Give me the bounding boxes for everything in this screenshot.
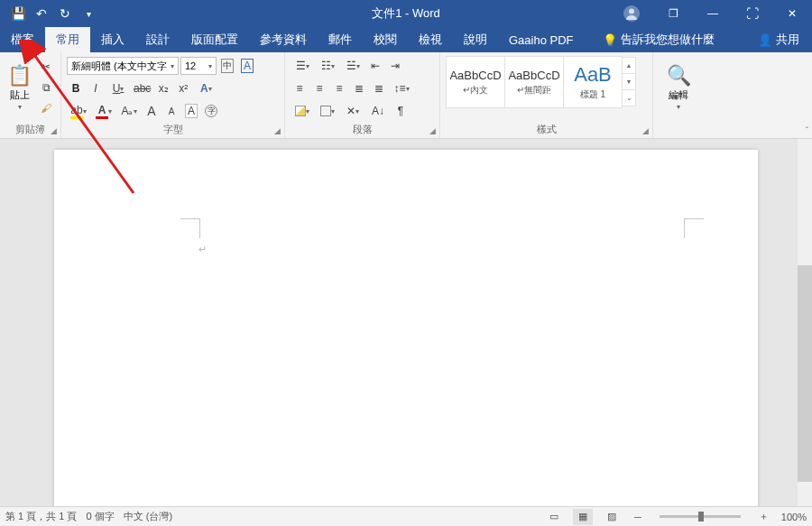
status-language[interactable]: 中文 (台灣) <box>124 510 172 523</box>
tell-me-search[interactable]: 💡 告訴我您想做什麼 <box>592 27 725 52</box>
tab-review[interactable]: 校閱 <box>363 27 408 52</box>
multilevel-icon: ☱ <box>346 60 356 72</box>
shrink-font-button[interactable]: A <box>162 102 180 120</box>
clear-formatting-button[interactable]: A <box>182 102 200 120</box>
increase-indent-button[interactable]: ⇥ <box>386 57 404 75</box>
align-left-icon: ≡ <box>296 82 302 95</box>
bold-button[interactable]: B <box>67 79 85 97</box>
zoom-slider[interactable] <box>660 515 741 518</box>
style-row-up[interactable]: ▴ <box>622 57 636 74</box>
paragraph-dialog-launcher[interactable]: ◢ <box>427 125 438 136</box>
share-icon: 👤 <box>758 33 772 47</box>
cut-button[interactable]: ✂ <box>37 58 55 76</box>
tab-references[interactable]: 參考資料 <box>249 27 318 52</box>
sort-button[interactable]: A↓ <box>366 102 390 120</box>
decrease-indent-button[interactable]: ⇤ <box>366 57 384 75</box>
save-icon[interactable]: 💾 <box>7 3 29 24</box>
user-account-icon[interactable] <box>617 3 646 24</box>
char-border-button[interactable]: A <box>238 57 256 75</box>
tab-file[interactable]: 檔案 <box>0 27 45 52</box>
align-center-button[interactable]: ≡ <box>310 79 328 97</box>
minimize-icon[interactable]: — <box>693 0 733 27</box>
maximize-icon[interactable]: ⛶ <box>733 0 772 27</box>
tab-layout[interactable]: 版面配置 <box>180 27 249 52</box>
style-no-spacing[interactable]: AaBbCcD ↵無間距 <box>504 56 564 108</box>
view-print-layout[interactable]: ▦ <box>573 509 593 525</box>
paragraph-mark: ↵ <box>198 244 207 255</box>
superscript-button[interactable]: x² <box>174 79 192 97</box>
font-color-button[interactable]: A▾ <box>92 102 115 120</box>
status-page[interactable]: 第 1 頁，共 1 頁 <box>5 510 77 523</box>
paste-button[interactable]: 📋 貼上 ▾ <box>5 56 33 119</box>
change-case-button[interactable]: Aₐ▾ <box>117 102 141 120</box>
strikethrough-button[interactable]: abc <box>132 79 152 97</box>
tab-home[interactable]: 常用 <box>45 27 90 52</box>
ribbon-display-icon[interactable]: ❐ <box>653 0 693 27</box>
share-button[interactable]: 👤 共用 <box>745 27 812 52</box>
style-normal[interactable]: AaBbCcD ↵內文 <box>446 56 505 108</box>
status-word-count[interactable]: 0 個字 <box>86 510 114 523</box>
italic-button[interactable]: I <box>87 79 105 97</box>
paintbrush-icon: 🖌 <box>41 102 51 115</box>
undo-icon[interactable]: ↶ <box>31 3 52 24</box>
close-icon[interactable]: ✕ <box>772 0 812 27</box>
bullets-icon: ☰ <box>296 60 306 72</box>
zoom-out-button[interactable]: ─ <box>631 512 645 522</box>
asian-layout-button[interactable]: ✕▾ <box>341 102 364 120</box>
multilevel-button[interactable]: ☱▾ <box>341 57 364 75</box>
tab-gaaiho-pdf[interactable]: Gaaiho PDF <box>498 27 585 52</box>
text-effects-button[interactable]: A▾ <box>194 79 217 97</box>
group-paragraph-label: 段落 <box>291 121 434 136</box>
qat-more-icon[interactable]: ▾ <box>78 3 99 24</box>
editing-button[interactable]: 🔍 編輯 ▾ <box>660 56 697 119</box>
zoom-thumb[interactable] <box>698 512 704 521</box>
vertical-scrollbar[interactable] <box>798 139 812 506</box>
style-row-down[interactable]: ▾ <box>622 73 636 90</box>
style-heading-1[interactable]: AaB 標題 1 <box>563 56 623 108</box>
status-bar: 第 1 頁，共 1 頁 0 個字 中文 (台灣) ▭ ▦ ▨ ─ ＋ 100% <box>0 506 812 526</box>
numbering-button[interactable]: ☷▾ <box>316 57 339 75</box>
redo-icon[interactable]: ↻ <box>54 3 76 24</box>
distribute-button[interactable]: ≣ <box>370 79 388 97</box>
page[interactable]: ↵ <box>54 150 758 506</box>
align-right-button[interactable]: ≡ <box>330 79 348 97</box>
justify-button[interactable]: ≣ <box>350 79 368 97</box>
grow-font-button[interactable]: A <box>143 102 161 120</box>
shading-button[interactable]: ▾ <box>291 102 314 120</box>
borders-button[interactable]: ▾ <box>316 102 339 120</box>
group-clipboard: 📋 貼上 ▾ ✂ ⧉ 🖌 剪貼簿 ◢ <box>0 52 61 138</box>
phonetic-guide-button[interactable]: 中 <box>218 57 236 75</box>
font-name-selector[interactable]: 新細明體 (本文中文字▾ <box>67 57 179 75</box>
find-icon: 🔍 <box>667 64 691 88</box>
scrollbar-thumb[interactable] <box>798 265 812 482</box>
align-left-button[interactable]: ≡ <box>291 79 309 97</box>
line-spacing-button[interactable]: ↕≡▾ <box>390 79 413 97</box>
tab-view[interactable]: 檢視 <box>408 27 453 52</box>
font-size-selector[interactable]: 12▾ <box>180 57 217 75</box>
sort-icon: A↓ <box>372 105 384 117</box>
format-painter-button[interactable]: 🖌 <box>37 99 55 117</box>
copy-button[interactable]: ⧉ <box>37 78 55 97</box>
collapse-ribbon-button[interactable]: ˆ <box>806 126 808 136</box>
enclose-char-button[interactable]: 字 <box>202 102 220 120</box>
zoom-in-button[interactable]: ＋ <box>755 510 772 523</box>
numbering-icon: ☷ <box>321 60 331 72</box>
tab-insert[interactable]: 插入 <box>90 27 135 52</box>
tab-design[interactable]: 設計 <box>135 27 180 52</box>
highlight-button[interactable]: ab▾ <box>67 102 90 120</box>
clipboard-dialog-launcher[interactable]: ◢ <box>48 125 59 136</box>
subscript-button[interactable]: x₂ <box>154 79 172 97</box>
align-right-icon: ≡ <box>336 82 342 95</box>
style-gallery-more[interactable]: ⌄ <box>622 89 636 106</box>
tab-mailings[interactable]: 郵件 <box>318 27 363 52</box>
tab-help[interactable]: 說明 <box>453 27 498 52</box>
view-read-mode[interactable]: ▭ <box>544 509 564 525</box>
font-dialog-launcher[interactable]: ◢ <box>272 125 282 136</box>
underline-button[interactable]: U▾ <box>106 79 130 97</box>
styles-dialog-launcher[interactable]: ◢ <box>640 125 651 136</box>
view-web-layout[interactable]: ▨ <box>602 509 622 525</box>
show-marks-button[interactable]: ¶ <box>392 102 410 120</box>
zoom-level[interactable]: 100% <box>781 512 807 522</box>
bullets-button[interactable]: ☰▾ <box>291 57 314 75</box>
text-effects-icon: A <box>200 82 208 95</box>
